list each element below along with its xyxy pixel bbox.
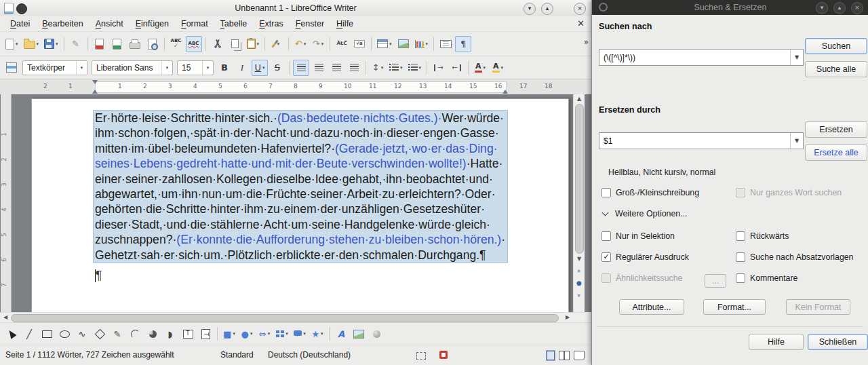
block-arrows-icon[interactable]: ⇔▾ <box>256 326 273 342</box>
paste-icon[interactable]: ▾ <box>245 36 262 52</box>
next-page-icon[interactable]: » <box>574 290 585 301</box>
new-document-dropdown-arrow[interactable]: ▾ <box>16 41 18 47</box>
arc-icon[interactable] <box>127 326 143 342</box>
checkbox-box[interactable] <box>601 188 611 197</box>
font-color-dropdown-arrow[interactable]: ▾ <box>484 65 486 71</box>
insert-image-icon[interactable] <box>351 326 367 342</box>
highlight-color-icon[interactable]: A▾ <box>490 60 506 76</box>
insert-image-icon[interactable] <box>395 36 412 52</box>
line-spacing-icon[interactable]: ↕▾ <box>370 60 386 76</box>
stars-dropdown-arrow[interactable]: ▾ <box>321 331 323 337</box>
extrusion-icon[interactable] <box>368 326 384 342</box>
print-preview-icon[interactable] <box>144 36 161 52</box>
single-page-view-icon[interactable] <box>547 351 555 360</box>
horizontal-ruler[interactable]: 21123456789101112131415161718 <box>0 79 591 95</box>
search-input[interactable]: (\([^\)]*\)) ▼ <box>599 49 804 66</box>
checkbox-box[interactable]: ✓ <box>601 252 611 262</box>
menu-hilfe[interactable]: Hilfe <box>330 16 359 31</box>
freeform-line-icon[interactable]: ✎ <box>109 326 125 342</box>
new-document-icon[interactable]: ▾ <box>3 36 20 52</box>
polygon-icon[interactable] <box>92 326 108 342</box>
replace-input[interactable]: $1 ▼ <box>599 132 804 149</box>
vertical-scrollbar-thumb[interactable] <box>575 104 584 254</box>
cut-icon[interactable] <box>210 36 226 52</box>
align-left-icon[interactable] <box>293 60 309 76</box>
line-icon[interactable]: ╱ <box>21 326 37 342</box>
minimize-button[interactable]: ▾ <box>524 3 536 15</box>
rectangle-icon[interactable] <box>39 326 55 342</box>
insert-formula-icon[interactable]: √a <box>351 36 368 52</box>
close-button[interactable]: × <box>574 3 586 15</box>
find-all-button[interactable]: Suche alle <box>805 61 867 77</box>
document-page[interactable]: Er·​hörte·​leise·​Schritte·​hinter·​sich… <box>31 98 569 312</box>
print-icon[interactable] <box>127 36 143 52</box>
font-size-combo[interactable]: 15 ▾ <box>177 60 214 75</box>
chevron-down-icon[interactable]: ▾ <box>76 61 87 75</box>
symbol-shapes-icon[interactable]: ●▾ <box>239 326 255 342</box>
save-icon[interactable]: ▾ <box>42 36 60 52</box>
open-file-dropdown-arrow[interactable]: ▾ <box>37 41 39 47</box>
redo-icon[interactable]: ↷▾ <box>310 36 326 52</box>
numbered-list-icon[interactable]: ▾ <box>406 60 424 76</box>
close-dialog-button[interactable]: Schließen <box>808 334 868 350</box>
bullet-list-icon[interactable]: ▾ <box>387 60 405 76</box>
bold-icon[interactable]: B <box>216 60 233 76</box>
format-button[interactable]: Format... <box>703 299 766 315</box>
basic-shapes-dropdown-arrow[interactable]: ▾ <box>233 331 235 337</box>
dialog-title-bar[interactable]: Suchen & Ersetzen ▾▴× <box>592 0 868 15</box>
menu-format[interactable]: Format <box>175 16 214 31</box>
paragraph-style-combo[interactable]: Textkörper ▾ <box>22 60 87 75</box>
circle-segment-icon[interactable]: ◗ <box>162 326 178 342</box>
clone-formatting-icon[interactable]: ▾ <box>269 36 285 52</box>
block-arrows-dropdown-arrow[interactable]: ▾ <box>268 331 271 337</box>
scroll-down-icon[interactable]: ▼ <box>574 254 585 264</box>
insert-chart-dropdown-arrow[interactable]: ▾ <box>426 41 429 47</box>
increase-indent-icon[interactable]: → <box>431 60 447 76</box>
maximize-button[interactable]: ▴ <box>833 2 846 14</box>
checkbox-box[interactable] <box>736 231 745 241</box>
insert-table-icon[interactable]: ▾ <box>375 36 394 52</box>
insert-textbox-icon[interactable] <box>437 36 454 52</box>
more-options-expander[interactable]: Weitere Optionen... <box>603 209 688 218</box>
menu-fenster[interactable]: Fenster <box>290 16 330 31</box>
multi-page-view-icon[interactable] <box>559 351 570 360</box>
align-justify-icon[interactable] <box>346 60 362 76</box>
align-right-icon[interactable] <box>328 60 344 76</box>
menu-tabelle[interactable]: Tabelle <box>214 16 254 31</box>
align-center-icon[interactable] <box>311 60 327 76</box>
horizontal-scrollbar-thumb[interactable] <box>11 314 559 322</box>
chevron-down-icon[interactable]: ▾ <box>161 61 172 75</box>
open-file-icon[interactable]: ▾ <box>22 36 41 52</box>
italic-icon[interactable]: I <box>234 60 250 76</box>
spelling-icon[interactable]: ABC <box>168 36 184 52</box>
select-icon[interactable] <box>3 326 20 342</box>
line-spacing-dropdown-arrow[interactable]: ▾ <box>381 65 384 71</box>
callouts-icon[interactable]: ▾ <box>292 326 308 342</box>
curve-icon[interactable]: ∿ <box>74 326 90 342</box>
menu-einfügen[interactable]: Einfügen <box>130 16 175 31</box>
flowchart-dropdown-arrow[interactable]: ▾ <box>285 331 288 337</box>
highlight-color-dropdown-arrow[interactable]: ▾ <box>501 65 504 71</box>
checkbox-regulärer-ausdruck[interactable]: ✓Regulärer Ausdruck <box>601 252 689 263</box>
title-bar[interactable]: Unbenannt 1 - LibreOffice Writer ▾▴× <box>0 0 591 17</box>
scroll-right-icon[interactable]: ▶ <box>563 313 572 322</box>
search-button[interactable]: Suchen <box>805 38 867 54</box>
checkbox-box[interactable] <box>736 252 745 262</box>
close-document-button[interactable]: ✕ <box>577 18 585 28</box>
insert-chart-icon[interactable]: ▾ <box>413 36 431 52</box>
word-count-status[interactable]: 112 Wörter, 727 Zeichen ausgewählt <box>42 350 174 360</box>
maximize-button[interactable]: ▴ <box>541 3 553 15</box>
selection-mode-icon[interactable] <box>416 352 426 360</box>
paragraph-style-panel-icon[interactable] <box>3 60 20 76</box>
toolbar-overflow-button[interactable]: » <box>584 37 589 47</box>
document-text[interactable]: Er·​hörte·​leise·​Schritte·​hinter·​sich… <box>93 110 508 283</box>
underline-dropdown-arrow[interactable]: ▾ <box>262 65 265 71</box>
checkbox-box[interactable] <box>736 273 745 283</box>
book-view-icon[interactable] <box>574 351 585 360</box>
menu-datei[interactable]: Datei <box>4 16 36 31</box>
scroll-up-icon[interactable]: ▲ <box>574 94 585 104</box>
indent-marker-right[interactable] <box>502 90 508 94</box>
strikethrough-icon[interactable]: S <box>269 60 285 76</box>
close-button[interactable]: × <box>851 2 863 14</box>
ellipse-pie-icon[interactable] <box>144 326 161 342</box>
